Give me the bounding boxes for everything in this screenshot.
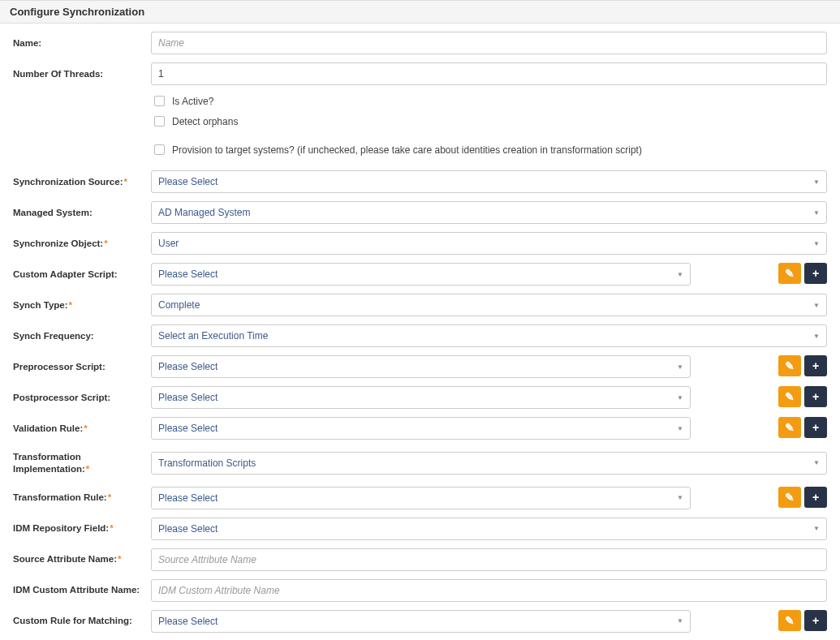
is-active-checkbox[interactable] bbox=[154, 96, 165, 106]
postprocessor-edit-button[interactable]: ✎ bbox=[778, 386, 801, 407]
chevron-down-icon: ▼ bbox=[813, 525, 820, 532]
label-sync-source: Synchronization Source:* bbox=[13, 173, 151, 191]
pencil-icon: ✎ bbox=[785, 390, 795, 403]
validation-select[interactable]: Please Select▼ bbox=[151, 417, 691, 440]
detect-orphans-checkbox-row[interactable]: Detect orphans bbox=[151, 114, 238, 129]
pencil-icon: ✎ bbox=[785, 421, 795, 434]
label-preprocessor: Preprocessor Script: bbox=[13, 358, 151, 376]
chevron-down-icon: ▼ bbox=[813, 333, 820, 340]
label-idm-field: IDM Repository Field:* bbox=[13, 519, 151, 538]
sync-object-select[interactable]: User▼ bbox=[151, 232, 827, 255]
chevron-down-icon: ▼ bbox=[677, 494, 683, 501]
form-body: Name: Number Of Threads: Is Active? Dete… bbox=[0, 24, 840, 640]
detect-orphans-checkbox[interactable] bbox=[154, 116, 165, 127]
pencil-icon: ✎ bbox=[785, 359, 795, 372]
chevron-down-icon: ▼ bbox=[813, 302, 820, 309]
label-custom-rule-match: Custom Rule for Matching: bbox=[13, 612, 151, 630]
label-threads: Number Of Threads: bbox=[13, 65, 151, 84]
preprocessor-select[interactable]: Please Select▼ bbox=[151, 355, 691, 378]
label-sync-object: Synchronize Object:* bbox=[13, 234, 151, 253]
label-validation: Validation Rule:* bbox=[13, 419, 151, 438]
source-attr-input[interactable] bbox=[151, 548, 827, 571]
label-source-attr: Source Attribute Name:* bbox=[13, 550, 151, 569]
detect-orphans-label: Detect orphans bbox=[172, 116, 238, 127]
plus-icon: + bbox=[812, 359, 819, 372]
chevron-down-icon: ▼ bbox=[813, 459, 820, 466]
adapter-add-button[interactable]: + bbox=[804, 263, 827, 284]
label-name: Name: bbox=[13, 34, 151, 53]
custom-rule-match-select[interactable]: Please Select▼ bbox=[151, 610, 691, 633]
chevron-down-icon: ▼ bbox=[677, 425, 683, 432]
chevron-down-icon: ▼ bbox=[677, 363, 683, 371]
chevron-down-icon: ▼ bbox=[677, 271, 683, 278]
provision-checkbox-row[interactable]: Provision to target systems? (if uncheck… bbox=[151, 142, 642, 157]
transform-rule-add-button[interactable]: + bbox=[804, 487, 827, 508]
name-input[interactable] bbox=[151, 32, 827, 54]
idm-field-select[interactable]: Please Select▼ bbox=[151, 518, 827, 540]
chevron-down-icon: ▼ bbox=[677, 617, 683, 625]
idm-custom-attr-input[interactable] bbox=[151, 579, 827, 602]
pencil-icon: ✎ bbox=[785, 267, 795, 280]
postprocessor-select[interactable]: Please Select▼ bbox=[151, 386, 691, 409]
provision-label: Provision to target systems? (if uncheck… bbox=[172, 144, 642, 156]
provision-checkbox[interactable] bbox=[154, 144, 165, 155]
chevron-down-icon: ▼ bbox=[813, 240, 820, 247]
plus-icon: + bbox=[812, 421, 819, 434]
postprocessor-add-button[interactable]: + bbox=[804, 386, 827, 407]
validation-add-button[interactable]: + bbox=[804, 417, 827, 438]
plus-icon: + bbox=[812, 267, 819, 280]
label-transform-rule: Transformation Rule:* bbox=[13, 488, 151, 507]
custom-rule-match-edit-button[interactable]: ✎ bbox=[778, 610, 801, 631]
label-synch-freq: Synch Frequency: bbox=[13, 327, 151, 346]
synch-type-select[interactable]: Complete▼ bbox=[151, 294, 827, 316]
sync-source-select[interactable]: Please Select▼ bbox=[151, 170, 827, 193]
label-idm-custom-attr: IDM Custom Attribute Name: bbox=[13, 581, 151, 599]
validation-edit-button[interactable]: ✎ bbox=[778, 417, 801, 438]
preprocessor-edit-button[interactable]: ✎ bbox=[778, 355, 801, 376]
chevron-down-icon: ▼ bbox=[813, 209, 820, 217]
adapter-edit-button[interactable]: ✎ bbox=[778, 263, 801, 284]
plus-icon: + bbox=[812, 614, 819, 627]
label-synch-type: Synch Type:* bbox=[13, 296, 151, 315]
preprocessor-add-button[interactable]: + bbox=[804, 355, 827, 376]
transform-impl-select[interactable]: Transformation Scripts▼ bbox=[151, 452, 827, 475]
label-transform-impl: Transformation Implementation:* bbox=[13, 448, 151, 479]
label-postprocessor: Postprocessor Script: bbox=[13, 389, 151, 407]
transform-rule-select[interactable]: Please Select▼ bbox=[151, 487, 691, 509]
custom-rule-match-add-button[interactable]: + bbox=[804, 610, 827, 631]
synch-freq-select[interactable]: Select an Execution Time▼ bbox=[151, 324, 827, 347]
label-adapter-script: Custom Adapter Script: bbox=[13, 265, 151, 284]
plus-icon: + bbox=[812, 491, 819, 504]
pencil-icon: ✎ bbox=[785, 614, 795, 627]
adapter-script-select[interactable]: Please Select▼ bbox=[151, 263, 691, 286]
plus-icon: + bbox=[812, 390, 819, 403]
label-managed-system: Managed System: bbox=[13, 204, 151, 222]
chevron-down-icon: ▼ bbox=[677, 394, 683, 402]
chevron-down-icon: ▼ bbox=[813, 178, 820, 186]
is-active-checkbox-row[interactable]: Is Active? bbox=[151, 93, 238, 109]
managed-system-select[interactable]: AD Managed System▼ bbox=[151, 201, 827, 224]
threads-input[interactable] bbox=[151, 62, 827, 85]
page-title: Configure Synchronization bbox=[0, 0, 840, 24]
is-active-label: Is Active? bbox=[172, 96, 213, 107]
transform-rule-edit-button[interactable]: ✎ bbox=[778, 487, 801, 508]
pencil-icon: ✎ bbox=[785, 491, 795, 504]
